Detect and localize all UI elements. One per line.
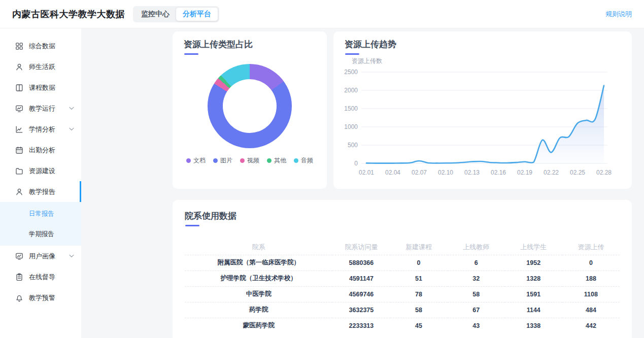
svg-text:02.01: 02.01: [359, 169, 374, 176]
value-cell: 3632375: [332, 302, 390, 318]
sidebar-item-online-supervision[interactable]: 在线督导: [0, 266, 81, 287]
table-row: 中医学院4569746785815911108: [185, 286, 620, 302]
title-underline: [185, 225, 199, 226]
sidebar-item-label: 师生活跃: [29, 62, 55, 72]
value-cell: 0: [562, 255, 620, 271]
value-cell: 67: [448, 302, 505, 318]
table-card-title: 院系使用数据: [173, 200, 632, 222]
sidebar-item-teaching-operation[interactable]: 教学运行: [0, 98, 81, 119]
svg-text:2000: 2000: [344, 87, 358, 94]
legend-dot: [240, 158, 245, 163]
sidebar-item-label: 资源建设: [29, 166, 55, 176]
sidebar-item-user-portrait[interactable]: 用户画像: [0, 246, 81, 266]
tab-monitor-center[interactable]: 监控中心: [134, 8, 176, 21]
table-header-cell: 资源上传: [562, 240, 620, 255]
value-cell: 6: [448, 255, 505, 271]
value-cell: 2233313: [332, 318, 390, 333]
folder-icon: [15, 167, 23, 175]
legend-item[interactable]: 其他: [267, 156, 286, 165]
table-row: 附属医院（第一临床医学院）58803660619520: [185, 255, 620, 271]
sidebar-item-resource-construction[interactable]: 资源建设: [0, 160, 81, 181]
department-name-cell: 中医学院: [185, 286, 332, 302]
legend-item[interactable]: 文档: [186, 156, 206, 165]
department-name-cell: 药学院: [185, 302, 332, 318]
legend-item[interactable]: 音频: [294, 156, 313, 165]
legend-dot: [186, 158, 191, 163]
table-row: 护理学院（卫生技术学校）459114751321328188: [185, 271, 620, 286]
table-header-cell: 上线学生: [505, 240, 562, 255]
department-name-cell: 附属医院（第一临床医学院）: [185, 255, 332, 271]
value-cell: 51: [390, 271, 448, 286]
svg-text:资源上传数: 资源上传数: [352, 57, 382, 64]
table-header-cell: 上线教师: [448, 240, 505, 255]
svg-text:2500: 2500: [344, 69, 358, 76]
svg-text:02.04: 02.04: [385, 169, 400, 176]
legend-item[interactable]: 视频: [240, 156, 259, 165]
svg-text:0: 0: [354, 160, 358, 167]
value-cell: 4591147: [332, 271, 390, 286]
sidebar-item-label: 教学运行: [29, 104, 55, 113]
value-cell: 4569746: [332, 286, 390, 302]
table-header-cell: 新建课程: [390, 240, 448, 255]
svg-text:02.10: 02.10: [438, 169, 453, 176]
chevron-down-icon: [69, 107, 74, 110]
chevron-down-icon: [69, 254, 74, 258]
svg-text:02.25: 02.25: [570, 169, 585, 176]
book-icon: [15, 84, 23, 92]
tab-analysis-platform[interactable]: 分析平台: [176, 8, 218, 21]
mode-toggle: 监控中心分析平台: [133, 6, 219, 22]
svg-text:02.07: 02.07: [412, 169, 427, 176]
rules-link[interactable]: 规则说明: [605, 10, 632, 19]
legend-label: 视频: [247, 156, 259, 165]
sidebar-subitem-semester-report[interactable]: 学期报告: [0, 224, 81, 244]
sidebar-item-label: 学情分析: [29, 125, 55, 134]
user-icon: [15, 188, 23, 196]
value-cell: 43: [448, 318, 505, 333]
svg-text:02.19: 02.19: [517, 169, 532, 176]
monitor-chart-icon: [15, 105, 23, 113]
department-usage-table: 院系院系访问量新建课程上线教师上线学生资源上传附属医院（第一临床医学院）5880…: [185, 240, 620, 333]
value-cell: 78: [390, 286, 448, 302]
sidebar-item-learning-analysis[interactable]: 学情分析: [0, 119, 81, 140]
legend-label: 图片: [220, 156, 232, 165]
sidebar: 综合数据师生活跃课程数据教学运行学情分析出勤分析资源建设教学报告日常报告学期报告…: [0, 28, 81, 338]
sidebar-item-teaching-report[interactable]: 教学报告: [0, 181, 81, 202]
sidebar-item-attendance-analysis[interactable]: 出勤分析: [0, 140, 81, 160]
pie-legend: 文档图片视频其他音频: [173, 156, 327, 165]
svg-text:500: 500: [348, 142, 358, 149]
sidebar-item-label: 用户画像: [29, 252, 55, 261]
chevron-down-icon: [69, 127, 74, 131]
sidebar-item-teacher-student-activity[interactable]: 师生活跃: [0, 56, 81, 77]
legend-dot: [294, 158, 298, 163]
legend-label: 其他: [274, 156, 286, 165]
sidebar-item-label: 出勤分析: [29, 146, 55, 155]
sidebar-item-teaching-warning[interactable]: 教学预警: [0, 287, 81, 308]
value-cell: 58: [390, 302, 448, 318]
trend-card-title: 资源上传趋势: [333, 31, 632, 50]
resource-trend-card: 资源上传趋势 资源上传数2500200015001000500002.0102.…: [333, 31, 632, 189]
svg-text:1500: 1500: [344, 105, 358, 112]
legend-item[interactable]: 图片: [213, 156, 232, 165]
value-cell: 45: [390, 318, 448, 333]
sidebar-item-course-data[interactable]: 课程数据: [0, 77, 81, 98]
sidebar-subitem-daily-report[interactable]: 日常报告: [0, 204, 81, 224]
sidebar-item-label: 教学预警: [29, 293, 55, 302]
user-icon: [15, 63, 23, 71]
value-cell: 442: [562, 318, 620, 333]
value-cell: 0: [390, 255, 448, 271]
value-cell: 58: [448, 286, 505, 302]
legend-dot: [213, 158, 218, 163]
pie-card-title: 资源上传类型占比: [173, 31, 327, 50]
sidebar-item-overview-data[interactable]: 综合数据: [0, 36, 81, 56]
value-cell: 484: [562, 302, 620, 318]
trend-line-chart: 资源上传数2500200015001000500002.0102.0402.07…: [333, 55, 632, 183]
value-cell: 32: [448, 271, 505, 286]
value-cell: 1952: [505, 255, 562, 271]
table-header-cell: 院系: [185, 240, 332, 255]
monitor-chart-icon: [15, 252, 23, 260]
value-cell: 1144: [505, 302, 562, 318]
table-header-cell: 院系访问量: [332, 240, 390, 255]
svg-text:02.16: 02.16: [491, 169, 506, 176]
app-title: 内蒙古医科大学教学大数据: [12, 8, 125, 20]
title-underline: [184, 53, 198, 55]
